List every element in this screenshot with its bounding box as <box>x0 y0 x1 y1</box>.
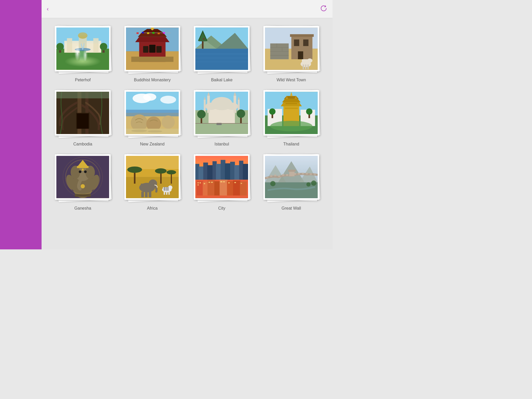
svg-rect-33 <box>152 32 154 34</box>
svg-marker-109 <box>281 102 302 106</box>
svg-rect-195 <box>234 182 236 183</box>
svg-point-64 <box>307 58 312 63</box>
photo-image-greatwall <box>265 156 318 198</box>
svg-marker-22 <box>142 29 163 32</box>
svg-line-9 <box>82 43 83 50</box>
svg-point-24 <box>151 28 154 30</box>
puzzle-label-ganesha: Ganesha <box>74 206 91 211</box>
svg-rect-108 <box>283 106 299 126</box>
svg-marker-20 <box>135 37 169 42</box>
refresh-button[interactable] <box>320 5 327 14</box>
svg-point-84 <box>131 129 147 132</box>
svg-rect-72 <box>77 114 89 129</box>
svg-rect-171 <box>221 160 225 185</box>
photo-image-istanbul <box>195 92 248 134</box>
svg-point-85 <box>148 130 162 132</box>
svg-point-80 <box>131 115 148 131</box>
svg-rect-177 <box>195 180 248 198</box>
return-to-game-button[interactable]: ‹ <box>47 6 50 12</box>
svg-rect-116 <box>285 103 297 104</box>
svg-point-14 <box>56 43 64 50</box>
svg-rect-120 <box>271 113 273 118</box>
photo-front-buddhist <box>124 26 180 71</box>
puzzle-item-istanbul[interactable]: Istanbul <box>191 90 253 147</box>
puzzle-item-baikal[interactable]: Baikal Lake <box>191 26 253 82</box>
svg-rect-117 <box>268 109 282 126</box>
svg-marker-97 <box>204 97 206 100</box>
svg-rect-115 <box>285 108 298 109</box>
svg-rect-63 <box>302 59 310 65</box>
puzzle-label-cityscape: City <box>218 206 225 211</box>
svg-rect-212 <box>302 173 304 174</box>
svg-point-78 <box>160 96 176 104</box>
photo-front-wildwest <box>263 26 319 71</box>
svg-line-11 <box>81 44 83 50</box>
svg-rect-214 <box>310 173 312 175</box>
puzzle-item-africa[interactable]: Africa <box>122 154 183 211</box>
svg-rect-54 <box>303 39 308 46</box>
puzzle-item-greatwall[interactable]: Great Wall <box>261 154 322 211</box>
svg-rect-170 <box>216 164 221 185</box>
svg-rect-17 <box>126 28 179 51</box>
svg-rect-147 <box>171 173 172 184</box>
svg-rect-87 <box>195 110 248 134</box>
svg-rect-104 <box>216 123 222 125</box>
puzzle-grid: Peterhof Buddhist Monastery <box>52 26 322 211</box>
puzzle-item-cityscape[interactable]: City <box>191 154 253 211</box>
svg-rect-153 <box>145 191 148 197</box>
svg-rect-69 <box>77 92 81 134</box>
puzzle-item-wildwest[interactable]: Wild West Town <box>261 26 322 82</box>
svg-point-129 <box>79 170 82 173</box>
puzzle-item-cambodia[interactable]: Cambodia <box>52 90 114 147</box>
svg-rect-66 <box>305 64 306 69</box>
svg-marker-21 <box>138 32 167 37</box>
svg-rect-56 <box>270 43 289 59</box>
photo-image-africa <box>126 156 179 198</box>
puzzle-item-peterhof[interactable]: Peterhof <box>52 26 114 82</box>
svg-rect-197 <box>265 156 318 182</box>
main-content: ‹ <box>42 0 332 249</box>
puzzle-scroll-area[interactable]: Peterhof Buddhist Monastery <box>42 18 332 249</box>
topbar: ‹ <box>42 0 332 18</box>
svg-rect-88 <box>209 104 235 123</box>
svg-rect-73 <box>56 92 109 98</box>
puzzle-item-ganesha[interactable]: Ganesha <box>52 154 114 211</box>
svg-rect-179 <box>203 182 208 196</box>
svg-point-157 <box>168 185 172 190</box>
svg-point-82 <box>162 116 175 129</box>
puzzle-label-africa: Africa <box>147 206 158 211</box>
svg-rect-150 <box>141 184 154 189</box>
svg-marker-199 <box>265 165 286 182</box>
photo-front-baikal <box>194 26 250 71</box>
svg-marker-111 <box>284 96 299 99</box>
photo-front-thailand <box>263 90 319 136</box>
svg-point-48 <box>203 38 205 40</box>
svg-rect-37 <box>195 49 248 70</box>
puzzle-item-newzealand[interactable]: New Zealand <box>122 90 183 147</box>
svg-rect-173 <box>230 162 235 185</box>
svg-rect-184 <box>233 181 240 196</box>
svg-rect-106 <box>265 92 318 115</box>
svg-rect-3 <box>67 38 72 53</box>
svg-rect-79 <box>126 110 179 116</box>
svg-rect-100 <box>201 116 202 123</box>
photo-front-istanbul <box>194 90 250 136</box>
svg-point-148 <box>167 170 176 174</box>
svg-rect-68 <box>56 92 109 134</box>
svg-rect-94 <box>234 96 236 113</box>
svg-point-62 <box>301 61 311 67</box>
svg-rect-162 <box>166 191 167 195</box>
svg-rect-133 <box>77 166 89 168</box>
svg-rect-51 <box>291 36 312 59</box>
svg-rect-154 <box>149 191 151 197</box>
svg-rect-211 <box>298 173 300 174</box>
svg-marker-132 <box>77 160 88 167</box>
svg-rect-145 <box>160 172 162 184</box>
photo-stack-wildwest <box>263 26 319 74</box>
puzzle-item-thailand[interactable]: Thailand <box>261 90 322 147</box>
svg-rect-203 <box>266 177 268 178</box>
svg-rect-4 <box>93 38 98 53</box>
svg-rect-189 <box>204 183 205 184</box>
svg-rect-30 <box>136 32 138 34</box>
puzzle-item-buddhist[interactable]: Buddhist Monastery <box>122 26 183 82</box>
